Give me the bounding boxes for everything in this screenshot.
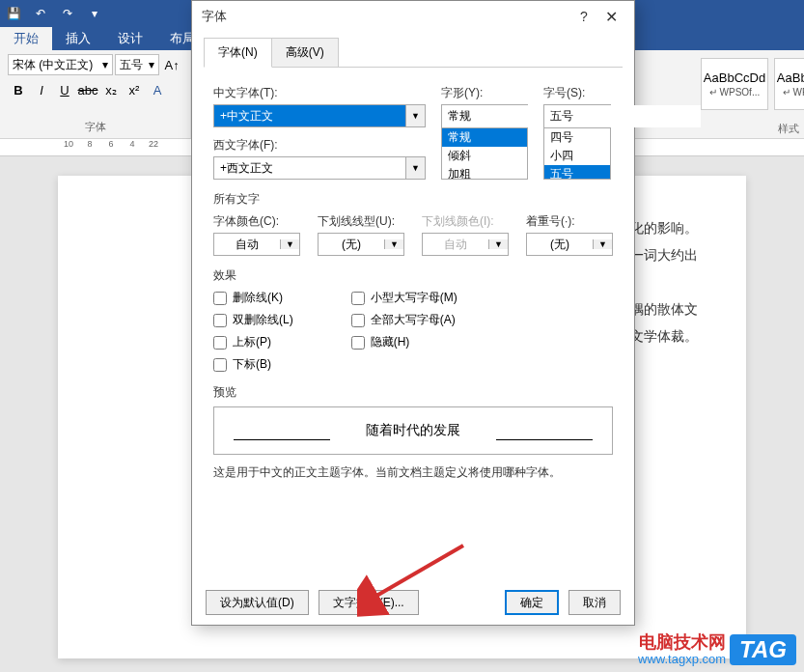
tab-design[interactable]: 设计 — [104, 27, 156, 50]
underline-style-value: (无) — [319, 237, 384, 253]
tab-insert[interactable]: 插入 — [52, 27, 104, 50]
effect-checkbox[interactable] — [213, 358, 227, 372]
effect-sub[interactable]: 下标(B) — [213, 356, 293, 373]
style-option[interactable]: 常规 — [442, 128, 527, 147]
bold-button[interactable]: B — [8, 79, 29, 100]
close-button[interactable]: ✕ — [597, 8, 624, 26]
chevron-down-icon[interactable]: ▼ — [593, 239, 612, 249]
dialog-footer: 设为默认值(D) 文字效果(E)... 确定 取消 — [192, 580, 634, 625]
redo-icon[interactable]: ↷ — [58, 4, 77, 23]
superscript-button[interactable]: x² — [124, 79, 145, 100]
tab-advanced[interactable]: 高级(V) — [271, 38, 339, 68]
effect-dstrike[interactable]: 双删除线(L) — [213, 312, 293, 328]
style-option[interactable]: 倾斜 — [442, 147, 527, 165]
undo-icon[interactable]: ↶ — [31, 4, 50, 23]
watermark-title: 电脑技术网 — [639, 633, 726, 653]
effect-allcaps[interactable]: 全部大写字母(A) — [351, 312, 457, 328]
size-option[interactable]: 五号 — [544, 165, 610, 180]
preview-text: 随着时代的发展 — [366, 422, 460, 439]
ok-button[interactable]: 确定 — [505, 590, 559, 615]
cn-font-combo[interactable]: ▼ — [213, 104, 426, 127]
style-item[interactable]: AaBbCcDd↵ WPSOf... — [701, 58, 768, 110]
size-option[interactable]: 小四 — [544, 147, 610, 165]
cancel-button[interactable]: 取消 — [568, 590, 621, 615]
watermark-url: www.tagxp.com — [638, 653, 726, 666]
preview-hint: 这是用于中文的正文主题字体。当前文档主题定义将使用哪种字体。 — [213, 464, 613, 481]
dialog-body: 中文字体(T): ▼ 西文字体(F): ▼ 字形(Y): 常规倾斜加粗 — [204, 67, 623, 568]
effect-label: 小型大写字母(M) — [371, 290, 457, 306]
effect-label: 上标(P) — [233, 334, 271, 350]
ribbon-group-font: 宋体 (中文正文)▾ 五号▾ A↑ B I U abc x₂ x² A 字体 — [0, 50, 191, 138]
font-name-value: 宋体 (中文正文) — [13, 57, 93, 73]
underline-color-label: 下划线颜色(I): — [422, 213, 509, 230]
effect-strike[interactable]: 删除线(K) — [213, 290, 293, 306]
preview-line — [234, 439, 330, 440]
effect-label: 全部大写字母(A) — [371, 312, 456, 328]
font-size-value: 五号 — [120, 57, 143, 73]
font-color-dropdown[interactable]: 自动▼ — [213, 233, 300, 256]
italic-button[interactable]: I — [31, 79, 52, 100]
strike-button[interactable]: abc — [77, 79, 98, 100]
emphasis-label: 着重号(·): — [526, 213, 613, 230]
chevron-down-icon: ▾ — [149, 58, 154, 71]
qat-dropdown-icon[interactable]: ▾ — [85, 4, 104, 23]
chevron-down-icon[interactable]: ▼ — [405, 105, 425, 126]
dialog-title: 字体 — [202, 8, 227, 25]
chevron-down-icon[interactable]: ▼ — [384, 239, 403, 249]
style-listbox[interactable]: 常规倾斜加粗 — [441, 127, 528, 180]
effect-checkbox[interactable] — [351, 336, 365, 350]
emphasis-dropdown[interactable]: (无)▼ — [526, 233, 613, 256]
effect-hidden[interactable]: 隐藏(H) — [351, 334, 457, 350]
effect-checkbox[interactable] — [351, 314, 365, 327]
help-button[interactable]: ? — [570, 9, 597, 24]
set-default-button[interactable]: 设为默认值(D) — [206, 590, 309, 615]
watermark-tag: TAG — [730, 634, 796, 665]
style-preview: AaBbCcDd — [777, 70, 804, 85]
font-dialog: 字体 ? ✕ 字体(N) 高级(V) 中文字体(T): ▼ 西文字体(F): ▼ — [191, 0, 635, 626]
effect-label: 下标(B) — [233, 356, 271, 373]
grow-font-button[interactable]: A↑ — [161, 54, 182, 75]
font-color-label: 字体颜色(C): — [213, 213, 300, 230]
effect-sup[interactable]: 上标(P) — [213, 334, 293, 350]
style-item[interactable]: AaBbCcDd↵ WPSOf... — [774, 58, 804, 110]
font-color-value: 自动 — [214, 237, 280, 253]
effect-label: 隐藏(H) — [371, 334, 410, 350]
size-input[interactable] — [544, 105, 701, 127]
effect-checkbox[interactable] — [213, 292, 227, 305]
chevron-down-icon[interactable]: ▼ — [405, 157, 425, 179]
font-size-combo[interactable]: 五号▾ — [115, 54, 159, 75]
underline-style-dropdown[interactable]: (无)▼ — [318, 233, 404, 256]
west-font-combo[interactable]: ▼ — [213, 156, 426, 180]
cn-font-input[interactable] — [214, 105, 405, 126]
subscript-button[interactable]: x₂ — [100, 79, 122, 100]
ribbon-group-font-label: 字体 — [8, 120, 182, 134]
font-name-combo[interactable]: 宋体 (中文正文)▾ — [8, 54, 113, 75]
effect-checkbox[interactable] — [213, 314, 227, 327]
chevron-down-icon[interactable]: ▼ — [280, 239, 299, 249]
style-option[interactable]: 加粗 — [442, 165, 527, 180]
preview-line — [496, 439, 593, 440]
emphasis-value: (无) — [527, 237, 593, 253]
west-font-input[interactable] — [214, 157, 405, 179]
size-option[interactable]: 四号 — [544, 128, 610, 147]
text-effects-button[interactable]: A — [147, 79, 168, 100]
save-icon[interactable]: 💾 — [4, 4, 23, 23]
effect-smallcaps[interactable]: 小型大写字母(M) — [351, 290, 457, 306]
effect-checkbox[interactable] — [351, 292, 365, 305]
underline-color-value: 自动 — [423, 237, 488, 253]
text-effects-button[interactable]: 文字效果(E)... — [319, 590, 419, 615]
style-input-combo[interactable] — [441, 104, 528, 127]
effect-checkbox[interactable] — [213, 336, 227, 350]
west-font-label: 西文字体(F): — [213, 137, 426, 154]
size-input-combo[interactable] — [543, 104, 611, 127]
underline-button[interactable]: U — [54, 79, 75, 100]
tab-font[interactable]: 字体(N) — [204, 38, 272, 68]
tab-home[interactable]: 开始 — [0, 27, 52, 50]
chevron-down-icon: ▾ — [102, 58, 108, 71]
dialog-titlebar[interactable]: 字体 ? ✕ — [192, 1, 634, 32]
style-label: 字形(Y): — [441, 85, 528, 101]
style-name: ↵ WPSOf... — [783, 87, 804, 98]
style-preview: AaBbCcDd — [704, 70, 765, 85]
size-listbox[interactable]: 四号小四五号 — [543, 127, 611, 180]
preview-section-label: 预览 — [213, 384, 613, 401]
